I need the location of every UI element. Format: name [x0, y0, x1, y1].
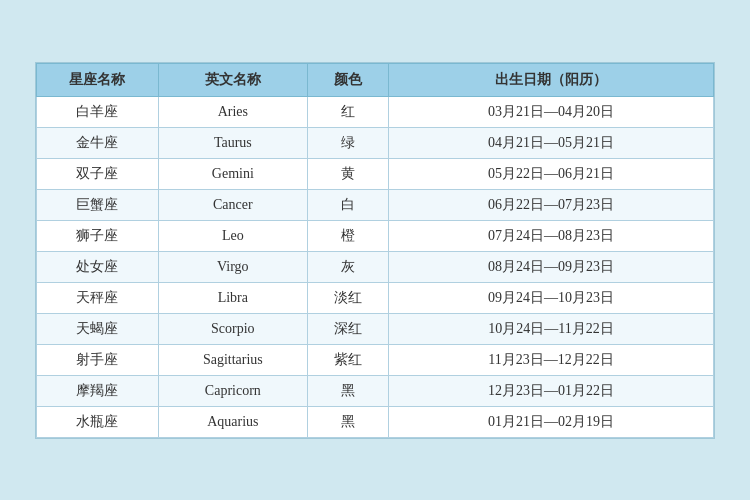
cell-english: Aries: [158, 96, 307, 127]
table-row: 摩羯座Capricorn黑12月23日—01月22日: [37, 375, 714, 406]
cell-chinese: 白羊座: [37, 96, 159, 127]
cell-chinese: 天秤座: [37, 282, 159, 313]
cell-english: Leo: [158, 220, 307, 251]
cell-color: 淡红: [307, 282, 388, 313]
cell-chinese: 摩羯座: [37, 375, 159, 406]
cell-english: Aquarius: [158, 406, 307, 437]
cell-color: 橙: [307, 220, 388, 251]
table-row: 巨蟹座Cancer白06月22日—07月23日: [37, 189, 714, 220]
cell-chinese: 射手座: [37, 344, 159, 375]
cell-color: 绿: [307, 127, 388, 158]
table-header-row: 星座名称 英文名称 颜色 出生日期（阳历）: [37, 63, 714, 96]
table-row: 双子座Gemini黄05月22日—06月21日: [37, 158, 714, 189]
cell-date: 03月21日—04月20日: [389, 96, 714, 127]
cell-english: Taurus: [158, 127, 307, 158]
cell-date: 01月21日—02月19日: [389, 406, 714, 437]
cell-date: 08月24日—09月23日: [389, 251, 714, 282]
cell-chinese: 双子座: [37, 158, 159, 189]
cell-chinese: 狮子座: [37, 220, 159, 251]
cell-date: 10月24日—11月22日: [389, 313, 714, 344]
cell-chinese: 巨蟹座: [37, 189, 159, 220]
header-color: 颜色: [307, 63, 388, 96]
cell-english: Capricorn: [158, 375, 307, 406]
cell-date: 09月24日—10月23日: [389, 282, 714, 313]
zodiac-table: 星座名称 英文名称 颜色 出生日期（阳历） 白羊座Aries红03月21日—04…: [36, 63, 714, 438]
cell-date: 06月22日—07月23日: [389, 189, 714, 220]
table-row: 白羊座Aries红03月21日—04月20日: [37, 96, 714, 127]
cell-english: Sagittarius: [158, 344, 307, 375]
cell-date: 12月23日—01月22日: [389, 375, 714, 406]
cell-english: Virgo: [158, 251, 307, 282]
table-row: 射手座Sagittarius紫红11月23日—12月22日: [37, 344, 714, 375]
cell-date: 04月21日—05月21日: [389, 127, 714, 158]
cell-color: 黄: [307, 158, 388, 189]
cell-color: 灰: [307, 251, 388, 282]
cell-color: 深红: [307, 313, 388, 344]
cell-color: 黑: [307, 406, 388, 437]
header-chinese: 星座名称: [37, 63, 159, 96]
cell-color: 红: [307, 96, 388, 127]
cell-color: 黑: [307, 375, 388, 406]
cell-date: 07月24日—08月23日: [389, 220, 714, 251]
cell-chinese: 天蝎座: [37, 313, 159, 344]
table-row: 天秤座Libra淡红09月24日—10月23日: [37, 282, 714, 313]
cell-chinese: 金牛座: [37, 127, 159, 158]
cell-date: 11月23日—12月22日: [389, 344, 714, 375]
cell-english: Scorpio: [158, 313, 307, 344]
zodiac-table-container: 星座名称 英文名称 颜色 出生日期（阳历） 白羊座Aries红03月21日—04…: [35, 62, 715, 439]
cell-english: Libra: [158, 282, 307, 313]
table-row: 天蝎座Scorpio深红10月24日—11月22日: [37, 313, 714, 344]
cell-color: 白: [307, 189, 388, 220]
header-date: 出生日期（阳历）: [389, 63, 714, 96]
cell-english: Cancer: [158, 189, 307, 220]
cell-chinese: 处女座: [37, 251, 159, 282]
cell-chinese: 水瓶座: [37, 406, 159, 437]
header-english: 英文名称: [158, 63, 307, 96]
cell-english: Gemini: [158, 158, 307, 189]
table-row: 金牛座Taurus绿04月21日—05月21日: [37, 127, 714, 158]
table-row: 狮子座Leo橙07月24日—08月23日: [37, 220, 714, 251]
cell-date: 05月22日—06月21日: [389, 158, 714, 189]
table-row: 水瓶座Aquarius黑01月21日—02月19日: [37, 406, 714, 437]
table-row: 处女座Virgo灰08月24日—09月23日: [37, 251, 714, 282]
cell-color: 紫红: [307, 344, 388, 375]
